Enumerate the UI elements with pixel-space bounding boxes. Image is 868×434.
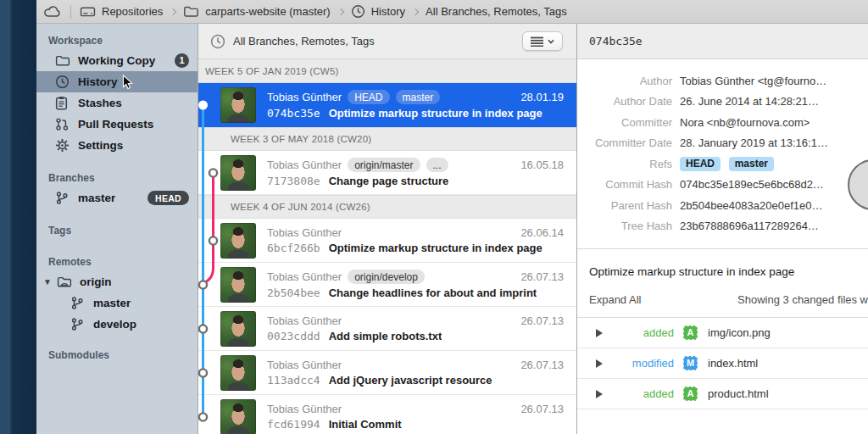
file-name: img/icon.png (708, 326, 771, 339)
disclosure-triangle-icon[interactable]: ▼ (43, 277, 53, 287)
sidebar-item-remote-origin[interactable]: ▼ origin (36, 271, 198, 292)
refs-badges: HEAD master (680, 157, 779, 171)
clock-icon (55, 75, 70, 90)
meta-value: Tobias Günther <tg@fourno… (680, 75, 826, 87)
expand-triangle-icon[interactable] (596, 359, 603, 368)
commit-list: WEEK 5 OF JAN 2019 (CW5) Tobias Günther … (198, 59, 576, 434)
view-options-button[interactable] (522, 31, 563, 51)
sidebar-item-label: Stashes (78, 97, 122, 109)
files-summary: Showing 3 changed files w (737, 293, 868, 306)
commit-author: Tobias Günther (267, 359, 342, 371)
commit-author: Tobias Günther (267, 270, 342, 283)
commit-row-7173808e[interactable]: Tobias Günther origin/master ... 16.05.1… (198, 151, 576, 195)
detail-panel-header: 074bc35e (577, 24, 868, 59)
commit-row-074bc35e[interactable]: Tobias Günther HEAD master 28.01.19 074b… (198, 83, 576, 127)
commit-date: 26.06.14 (520, 226, 564, 239)
commit-metadata: AuthorTobias Günther <tg@fourno… Author … (577, 59, 868, 249)
commit-hash: 7173808e (267, 175, 320, 187)
meta-label: Committer Date (577, 136, 672, 149)
clipboard-icon (55, 96, 70, 111)
meta-label: Parent Hash (577, 199, 672, 212)
breadcrumb-label: Repositories (102, 5, 163, 18)
commit-row-2b504bee[interactable]: Tobias Günther origin/develop 26.07.13 2… (198, 263, 576, 307)
cloud-icon[interactable] (43, 5, 62, 18)
commit-date: 26.07.13 (520, 314, 564, 327)
meta-label: Refs (577, 158, 672, 170)
file-name: product.html (708, 387, 769, 400)
sidebar-item-working-copy[interactable]: Working Copy 1 (36, 50, 198, 71)
chevron-right-icon (412, 8, 419, 14)
file-row[interactable]: added A img/icon.png (577, 318, 868, 348)
commit-row-6bcf266b[interactable]: Tobias Günther 26.06.14 6bcf266b Optimiz… (198, 219, 576, 263)
expand-all-button[interactable]: Expand All (589, 293, 641, 306)
commit-date: 16.05.18 (520, 159, 564, 171)
breadcrumb-repo[interactable]: carparts-website (master) (183, 5, 330, 18)
meta-value: 23b67888696a117289264… (680, 220, 819, 232)
sidebar-item-settings[interactable]: Settings (36, 135, 198, 156)
window-edge (0, 0, 36, 434)
ref-chip-head: HEAD (680, 157, 721, 171)
meta-label: Commit Hash (577, 178, 672, 191)
drive-icon (80, 5, 96, 18)
file-status-badge: A (683, 326, 698, 340)
breadcrumb-view[interactable]: All Branches, Remotes, Tags (426, 5, 567, 18)
ref-badge-head: HEAD (348, 90, 389, 104)
week-header: WEEK 3 OF MAY 2018 (CW20) (198, 127, 576, 151)
changed-files-toolbar: Expand All Showing 3 changed files w (577, 293, 868, 306)
ref-chip-master: master (729, 157, 774, 171)
meta-label: Tree Hash (577, 220, 672, 232)
sidebar-item-stashes[interactable]: Stashes (36, 92, 198, 114)
clock-icon (351, 4, 365, 19)
sidebar-item-pull-requests[interactable]: Pull Requests (36, 114, 198, 135)
commit-message: Add jQuery javascript resource (329, 374, 492, 387)
commit-hash: 6bcf266b (267, 242, 320, 254)
commit-hash: 074bc35e (267, 107, 320, 120)
breadcrumb-label: carparts-website (master) (205, 5, 330, 18)
sidebar-item-remote-branch-develop[interactable]: develop (36, 314, 198, 335)
branch-icon (70, 296, 86, 311)
avatar (220, 87, 256, 123)
breadcrumb-history[interactable]: History (351, 4, 405, 19)
file-row[interactable]: added A product.html (577, 379, 868, 409)
file-status: added (606, 326, 674, 339)
remote-folder-icon (57, 275, 72, 290)
ref-badge-master: master (396, 90, 441, 104)
avatar (220, 223, 256, 259)
sidebar-item-label: History (78, 75, 118, 88)
sidebar-header-branches: Branches (36, 168, 198, 187)
list-icon (531, 36, 543, 47)
breadcrumb-label: History (371, 5, 405, 18)
sidebar-item-label: Working Copy (78, 54, 155, 67)
commit-row-113adcc4[interactable]: Tobias Günther 26.07.13 113adcc4 Add jQu… (198, 351, 576, 395)
sidebar-item-remote-branch-master[interactable]: master (36, 292, 198, 314)
commit-date: 26.07.13 (520, 270, 564, 283)
commit-message: Optimize markup structure in index page (329, 242, 542, 254)
commit-message: Change headlines for about and imprint (329, 287, 537, 299)
sidebar-item-branch-master[interactable]: master HEAD (36, 187, 198, 209)
commit-hash: 0023cddd (267, 330, 320, 342)
meta-value: 28. January 2019 at 13:16:1… (680, 136, 828, 149)
expand-triangle-icon[interactable] (596, 329, 603, 337)
folder-icon (55, 53, 70, 69)
commit-row-fcd61994[interactable]: Tobias Günther 26.07.13 fcd61994 Initial… (198, 395, 576, 434)
commit-message: Initial Commit (329, 418, 402, 431)
file-row[interactable]: modified M index.html (577, 348, 868, 379)
meta-value: 2b504bee4083a20e0ef1e0… (680, 199, 822, 212)
branch-icon (55, 191, 70, 206)
detail-commit-hash: 074bc35e (589, 35, 643, 47)
expand-triangle-icon[interactable] (596, 390, 603, 398)
breadcrumb-repositories[interactable]: Repositories (80, 5, 163, 18)
chevron-down-icon (548, 39, 554, 44)
chevron-right-icon (170, 8, 176, 14)
commit-row-0023cddd[interactable]: Tobias Günther 26.07.13 0023cddd Add sim… (198, 307, 576, 351)
sidebar-item-history[interactable]: History (36, 71, 198, 92)
week-header: WEEK 4 OF JUN 2014 (CW26) (198, 195, 576, 219)
branch-icon (70, 317, 86, 332)
toolbar-divider (70, 5, 71, 19)
commit-hash: fcd61994 (267, 418, 320, 431)
avatar (220, 399, 256, 434)
clock-icon (210, 34, 225, 49)
commit-detail-panel: 074bc35e AuthorTobias Günther <tg@fourno… (576, 24, 868, 434)
commit-message-full: Optimize markup structure in index page (577, 249, 868, 278)
sidebar-item-label: Pull Requests (78, 118, 153, 131)
